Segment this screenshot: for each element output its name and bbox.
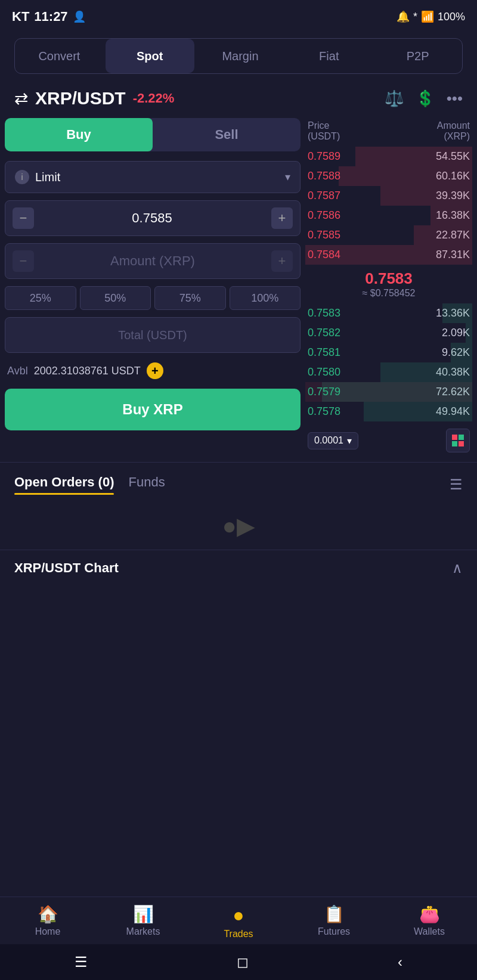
android-home-btn[interactable]: ◻	[237, 954, 249, 970]
price-decrease-btn[interactable]: −	[13, 207, 34, 229]
buy-order-row[interactable]: 0.7582 2.09K	[305, 323, 472, 343]
pct-100-btn[interactable]: 100%	[230, 286, 301, 310]
sell-order-row[interactable]: 0.7584 87.31K	[305, 245, 472, 265]
nav-home[interactable]: 🏠 Home	[18, 904, 78, 939]
svg-rect-1	[459, 435, 464, 440]
ob-footer: 0.0001 ▾	[305, 424, 472, 452]
order-type-label: Limit	[35, 170, 285, 184]
funds-tab[interactable]: Funds	[128, 475, 165, 495]
wifi-icon: 📶	[421, 10, 434, 23]
orders-header: Open Orders (0) Funds ☰	[14, 475, 463, 495]
home-icon: 🏠	[38, 904, 58, 924]
chart-section: XRP/USDT Chart ∧	[0, 550, 477, 586]
swap-icon: ⇄	[14, 89, 28, 108]
pair-change: -2.22%	[133, 91, 175, 106]
tab-bar: Convert Spot Margin Fiat P2P	[14, 38, 463, 74]
time-label: 11:27	[34, 9, 67, 24]
main-content: Buy Sell i Limit ▾ − + − Amount (XRP) +	[0, 118, 477, 452]
dollar-icon[interactable]: 💲	[416, 89, 435, 108]
status-bar: KT 11:27 👤 🔔 * 📶 100%	[0, 0, 477, 33]
total-input-row[interactable]: Total (USDT)	[5, 317, 301, 353]
sell-orders-list: 0.7589 54.55K 0.7588 60.16K 0.7587 39.39…	[305, 147, 472, 265]
markets-icon: 📊	[133, 904, 154, 924]
bluetooth-icon: *	[413, 11, 417, 23]
status-left: KT 11:27 👤	[12, 9, 86, 24]
ob-header: Price(USDT) Amount(XRP)	[305, 118, 472, 147]
pair-left: ⇄ XRP/USDT -2.22%	[14, 88, 174, 108]
nav-futures-label: Futures	[318, 926, 350, 937]
ob-size-selector[interactable]: 0.0001 ▾	[308, 432, 358, 449]
tab-p2p[interactable]: P2P	[373, 39, 462, 73]
add-funds-btn[interactable]: +	[147, 362, 163, 379]
total-placeholder: Total (USDT)	[118, 328, 187, 342]
svg-rect-0	[452, 435, 457, 440]
orders-section: Open Orders (0) Funds ☰ ●▶	[0, 462, 477, 550]
sell-order-row[interactable]: 0.7589 54.55K	[305, 147, 472, 166]
ob-price-label: Price(USDT)	[308, 120, 340, 142]
nav-trades[interactable]: ● Trades	[209, 904, 268, 939]
price-input-row: − +	[5, 200, 301, 236]
buy-order-row[interactable]: 0.7581 9.62K	[305, 343, 472, 362]
wallets-icon: 👛	[419, 904, 440, 924]
tab-spot[interactable]: Spot	[106, 39, 194, 73]
android-back-btn[interactable]: ‹	[398, 954, 402, 970]
trades-icon: ●	[233, 904, 244, 926]
amount-increase-btn[interactable]: +	[271, 250, 293, 272]
pct-50-btn[interactable]: 50%	[80, 286, 151, 310]
buy-orders-list: 0.7583 13.36K 0.7582 2.09K 0.7581 9.62K …	[305, 303, 472, 421]
pct-75-btn[interactable]: 75%	[154, 286, 226, 310]
pair-header: ⇄ XRP/USDT -2.22% ⚖️ 💲 •••	[0, 83, 477, 118]
amount-input-row: − Amount (XRP) +	[5, 243, 301, 279]
sell-order-row[interactable]: 0.7587 39.39K	[305, 186, 472, 206]
android-menu-btn[interactable]: ☰	[75, 954, 88, 970]
buy-order-row[interactable]: 0.7583 13.36K	[305, 303, 472, 323]
svg-rect-2	[452, 441, 457, 446]
nav-wallets[interactable]: 👛 Wallets	[399, 904, 459, 939]
more-icon[interactable]: •••	[447, 89, 463, 108]
price-increase-btn[interactable]: +	[271, 207, 293, 229]
battery-label: 100%	[438, 11, 465, 23]
pair-name[interactable]: XRP/USDT	[35, 88, 126, 108]
ob-mid-price[interactable]: 0.7583 ≈ $0.758452	[305, 265, 472, 303]
price-input[interactable]	[34, 210, 271, 226]
order-type-selector[interactable]: i Limit ▾	[5, 161, 301, 193]
nav-markets[interactable]: 📊 Markets	[113, 904, 173, 939]
chart-title: XRP/USDT Chart	[14, 560, 119, 576]
buy-order-row[interactable]: 0.7580 40.38K	[305, 362, 472, 382]
buy-order-row[interactable]: 0.7578 49.94K	[305, 402, 472, 421]
compare-icon[interactable]: ⚖️	[385, 89, 404, 108]
status-icons: 👤	[73, 10, 86, 23]
orders-tabs: Open Orders (0) Funds	[14, 475, 165, 495]
pct-row: 25% 50% 75% 100%	[5, 286, 301, 310]
buy-xrp-button[interactable]: Buy XRP	[5, 389, 301, 430]
pct-25-btn[interactable]: 25%	[5, 286, 76, 310]
chart-collapse-btn[interactable]: ∧	[452, 560, 463, 576]
status-right: 🔔 * 📶 100%	[397, 10, 465, 23]
open-orders-tab[interactable]: Open Orders (0)	[14, 475, 114, 495]
tab-margin[interactable]: Margin	[196, 39, 285, 73]
sell-order-row[interactable]: 0.7586 16.38K	[305, 206, 472, 225]
nav-wallets-label: Wallets	[414, 926, 445, 937]
chart-header: XRP/USDT Chart ∧	[14, 560, 463, 576]
nav-trades-label: Trades	[224, 929, 253, 939]
avbl-label: Avbl	[7, 365, 28, 377]
futures-icon: 📋	[324, 904, 345, 924]
mid-price-value: 0.7583	[308, 269, 470, 288]
nav-futures[interactable]: 📋 Futures	[304, 904, 364, 939]
order-book-panel: Price(USDT) Amount(XRP) 0.7589 54.55K 0.…	[305, 118, 472, 452]
sell-order-row[interactable]: 0.7585 22.87K	[305, 225, 472, 245]
orders-empty-state: ●▶	[14, 502, 463, 550]
chevron-down-icon: ▾	[347, 435, 352, 446]
buy-order-row[interactable]: 0.7579 72.62K	[305, 382, 472, 402]
left-panel: Buy Sell i Limit ▾ − + − Amount (XRP) +	[5, 118, 301, 452]
sell-order-row[interactable]: 0.7588 60.16K	[305, 166, 472, 186]
sell-toggle-btn[interactable]: Sell	[153, 118, 301, 151]
tab-fiat[interactable]: Fiat	[284, 39, 373, 73]
tab-convert[interactable]: Convert	[15, 39, 104, 73]
amount-decrease-btn[interactable]: −	[13, 250, 34, 272]
orders-menu-icon[interactable]: ☰	[450, 476, 463, 493]
ob-view-toggle-btn[interactable]	[446, 429, 470, 452]
buy-toggle-btn[interactable]: Buy	[5, 118, 153, 151]
amount-input-placeholder[interactable]: Amount (XRP)	[34, 253, 271, 269]
info-icon: i	[15, 170, 29, 184]
